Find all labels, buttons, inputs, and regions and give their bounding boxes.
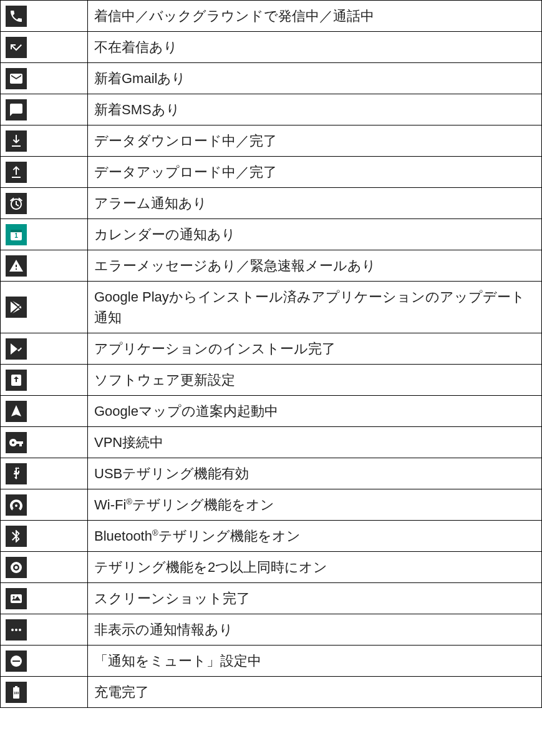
description-cell: Bluetooth®テザリング機能をオン bbox=[88, 521, 542, 552]
description-cell: 新着Gmailあり bbox=[88, 63, 542, 94]
svg-point-8 bbox=[13, 596, 15, 597]
icon-cell: 100 bbox=[1, 677, 88, 708]
table-row: 新着SMSあり bbox=[1, 94, 542, 125]
description-cell: テザリング機能を2つ以上同時にオン bbox=[88, 552, 542, 583]
svg-point-6 bbox=[15, 566, 18, 569]
table-row: 1カレンダーの通知あり bbox=[1, 219, 542, 250]
description-cell: 非表示の通知情報あり bbox=[88, 614, 542, 646]
icon-cell bbox=[1, 1, 88, 32]
gmail-icon bbox=[6, 68, 27, 89]
screenshot-icon bbox=[6, 588, 27, 609]
icon-cell bbox=[1, 489, 88, 521]
usb-tethering-icon bbox=[6, 463, 27, 484]
description-cell: 不在着信あり bbox=[88, 32, 542, 63]
table-row: 100充電完了 bbox=[1, 677, 542, 708]
icon-cell bbox=[1, 282, 88, 333]
upload-icon bbox=[6, 162, 27, 183]
description-cell: Wi-Fi®テザリング機能をオン bbox=[88, 489, 542, 521]
icon-cell bbox=[1, 94, 88, 125]
icon-cell bbox=[1, 552, 88, 583]
table-row: 「通知をミュート」設定中 bbox=[1, 646, 542, 677]
svg-rect-13 bbox=[12, 660, 20, 662]
description-cell: エラーメッセージあり／緊急速報メールあり bbox=[88, 250, 542, 282]
icon-cell bbox=[1, 333, 88, 365]
svg-rect-15 bbox=[15, 686, 17, 688]
alarm-icon bbox=[6, 193, 27, 214]
table-row: アラーム通知あり bbox=[1, 188, 542, 219]
table-row: 着信中／バックグラウンドで発信中／通話中 bbox=[1, 1, 542, 32]
table-row: Googleマップの道案内起動中 bbox=[1, 396, 542, 427]
table-row: Google Playからインストール済みアプリケーションのアップデート通知 bbox=[1, 282, 542, 333]
icon-cell bbox=[1, 458, 88, 489]
description-cell: スクリーンショット完了 bbox=[88, 583, 542, 614]
description-cell: 充電完了 bbox=[88, 677, 542, 708]
description-cell: カレンダーの通知あり bbox=[88, 219, 542, 250]
description-cell: USBテザリング機能有効 bbox=[88, 458, 542, 489]
mute-notification-icon bbox=[6, 650, 27, 672]
warning-icon bbox=[6, 255, 27, 277]
description-cell: アプリケーションのインストール完了 bbox=[88, 333, 542, 365]
table-row: 新着Gmailあり bbox=[1, 63, 542, 94]
table-row: アプリケーションのインストール完了 bbox=[1, 333, 542, 365]
table-row: VPN接続中 bbox=[1, 427, 542, 458]
phone-icon bbox=[6, 6, 27, 27]
multi-tethering-icon bbox=[6, 557, 27, 578]
wifi-tethering-icon bbox=[6, 494, 27, 516]
description-cell: ソフトウェア更新設定 bbox=[88, 365, 542, 396]
hidden-notification-icon bbox=[6, 619, 27, 641]
icon-cell bbox=[1, 365, 88, 396]
install-complete-icon bbox=[6, 338, 27, 360]
icon-cell bbox=[1, 32, 88, 63]
icon-cell bbox=[1, 646, 88, 677]
play-store-icon bbox=[6, 297, 27, 318]
svg-point-11 bbox=[19, 629, 21, 631]
icon-cell bbox=[1, 396, 88, 427]
description-cell: 「通知をミュート」設定中 bbox=[88, 646, 542, 677]
svg-text:100: 100 bbox=[14, 691, 19, 695]
navigation-icon bbox=[6, 401, 27, 422]
icon-cell bbox=[1, 125, 88, 157]
icon-cell bbox=[1, 63, 88, 94]
icon-cell bbox=[1, 427, 88, 458]
missed-call-icon bbox=[6, 37, 27, 58]
description-cell: データアップロード中／完了 bbox=[88, 157, 542, 188]
description-cell: Googleマップの道案内起動中 bbox=[88, 396, 542, 427]
icon-cell bbox=[1, 614, 88, 646]
icon-cell: 1 bbox=[1, 219, 88, 250]
icon-cell bbox=[1, 583, 88, 614]
icon-cell bbox=[1, 250, 88, 282]
icon-cell bbox=[1, 521, 88, 552]
table-row: テザリング機能を2つ以上同時にオン bbox=[1, 552, 542, 583]
table-row: データアップロード中／完了 bbox=[1, 157, 542, 188]
icon-description-table: 着信中／バックグラウンドで発信中／通話中不在着信あり新着Gmailあり新着SMS… bbox=[0, 0, 542, 708]
table-row: Bluetooth®テザリング機能をオン bbox=[1, 521, 542, 552]
software-update-icon bbox=[6, 370, 27, 391]
vpn-key-icon bbox=[6, 432, 27, 453]
svg-text:1: 1 bbox=[14, 232, 18, 239]
table-row: 不在着信あり bbox=[1, 32, 542, 63]
description-cell: 新着SMSあり bbox=[88, 94, 542, 125]
bluetooth-tethering-icon bbox=[6, 526, 27, 547]
battery-full-icon: 100 bbox=[6, 682, 27, 703]
sms-icon bbox=[6, 99, 27, 120]
table-row: データダウンロード中／完了 bbox=[1, 125, 542, 157]
description-cell: VPN接続中 bbox=[88, 427, 542, 458]
table-row: USBテザリング機能有効 bbox=[1, 458, 542, 489]
table-row: Wi-Fi®テザリング機能をオン bbox=[1, 489, 542, 521]
table-row: スクリーンショット完了 bbox=[1, 583, 542, 614]
table-row: 非表示の通知情報あり bbox=[1, 614, 542, 646]
download-icon bbox=[6, 130, 27, 152]
description-cell: Google Playからインストール済みアプリケーションのアップデート通知 bbox=[88, 282, 542, 333]
calendar-icon: 1 bbox=[6, 224, 27, 245]
icon-cell bbox=[1, 188, 88, 219]
table-row: ソフトウェア更新設定 bbox=[1, 365, 542, 396]
description-cell: 着信中／バックグラウンドで発信中／通話中 bbox=[88, 1, 542, 32]
description-cell: データダウンロード中／完了 bbox=[88, 125, 542, 157]
description-cell: アラーム通知あり bbox=[88, 188, 542, 219]
icon-cell bbox=[1, 157, 88, 188]
svg-point-9 bbox=[11, 629, 14, 631]
svg-point-10 bbox=[15, 629, 17, 631]
table-row: エラーメッセージあり／緊急速報メールあり bbox=[1, 250, 542, 282]
